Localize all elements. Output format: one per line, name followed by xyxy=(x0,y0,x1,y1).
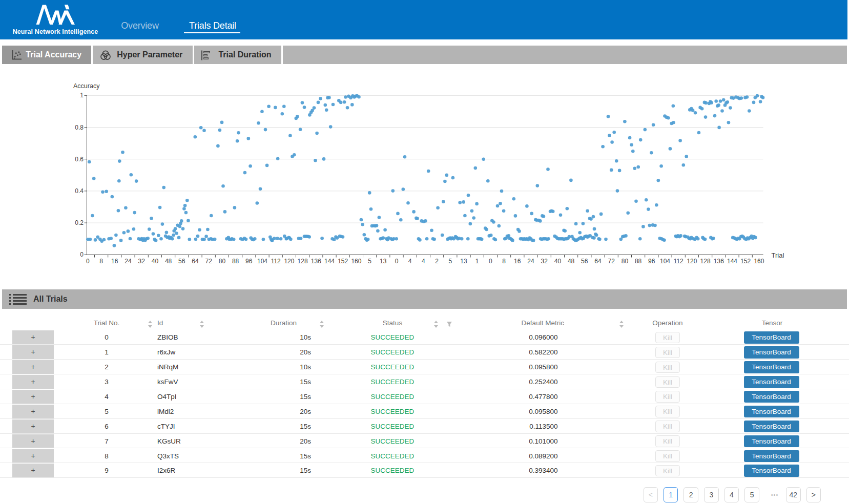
svg-text:40: 40 xyxy=(152,258,159,265)
svg-text:24: 24 xyxy=(125,258,132,265)
svg-text:0.2: 0.2 xyxy=(75,219,84,226)
svg-text:0.8: 0.8 xyxy=(75,124,84,131)
svg-text:0.6: 0.6 xyxy=(75,156,84,163)
svg-text:152: 152 xyxy=(740,258,751,265)
svg-text:5: 5 xyxy=(448,258,452,265)
svg-text:32: 32 xyxy=(138,258,146,265)
svg-text:13: 13 xyxy=(460,258,467,265)
svg-text:80: 80 xyxy=(219,258,226,265)
svg-text:13: 13 xyxy=(380,258,387,265)
svg-text:0: 0 xyxy=(489,258,492,265)
svg-text:160: 160 xyxy=(754,258,764,265)
svg-text:1: 1 xyxy=(475,258,479,265)
svg-text:0: 0 xyxy=(395,258,399,265)
svg-text:104: 104 xyxy=(257,258,267,265)
svg-text:Trial: Trial xyxy=(772,251,784,259)
svg-text:48: 48 xyxy=(568,258,575,265)
svg-text:0: 0 xyxy=(80,251,84,258)
svg-text:72: 72 xyxy=(608,258,615,265)
svg-text:80: 80 xyxy=(622,258,629,265)
svg-text:96: 96 xyxy=(648,258,655,265)
svg-text:88: 88 xyxy=(635,258,642,265)
svg-text:1: 1 xyxy=(80,92,84,99)
svg-text:152: 152 xyxy=(338,258,348,265)
svg-text:8: 8 xyxy=(99,258,103,265)
svg-text:64: 64 xyxy=(192,258,199,265)
svg-text:64: 64 xyxy=(594,258,602,265)
svg-text:128: 128 xyxy=(700,258,711,265)
svg-text:128: 128 xyxy=(298,258,308,265)
svg-text:0: 0 xyxy=(86,258,90,265)
svg-text:0.4: 0.4 xyxy=(75,187,84,195)
svg-text:120: 120 xyxy=(687,258,697,265)
svg-text:24: 24 xyxy=(527,258,534,265)
svg-text:104: 104 xyxy=(660,258,670,265)
svg-text:2: 2 xyxy=(435,258,439,265)
svg-text:136: 136 xyxy=(714,258,724,265)
svg-text:160: 160 xyxy=(351,258,361,265)
svg-text:72: 72 xyxy=(205,258,213,265)
svg-text:40: 40 xyxy=(554,258,562,265)
svg-text:5: 5 xyxy=(368,258,371,265)
svg-text:4: 4 xyxy=(408,258,412,265)
svg-text:32: 32 xyxy=(541,258,548,265)
svg-text:88: 88 xyxy=(232,258,239,265)
svg-text:8: 8 xyxy=(502,258,506,265)
svg-text:4: 4 xyxy=(422,258,425,265)
svg-text:56: 56 xyxy=(581,258,588,265)
svg-text:144: 144 xyxy=(727,258,737,265)
svg-text:120: 120 xyxy=(284,258,294,265)
svg-text:136: 136 xyxy=(311,258,321,265)
svg-text:144: 144 xyxy=(324,258,335,265)
svg-text:56: 56 xyxy=(178,258,185,265)
svg-text:112: 112 xyxy=(271,258,281,265)
svg-text:96: 96 xyxy=(245,258,253,265)
svg-text:48: 48 xyxy=(165,258,172,265)
svg-text:16: 16 xyxy=(111,258,118,265)
svg-text:Accuracy: Accuracy xyxy=(73,82,100,90)
svg-text:16: 16 xyxy=(514,258,521,265)
svg-text:112: 112 xyxy=(674,258,684,265)
